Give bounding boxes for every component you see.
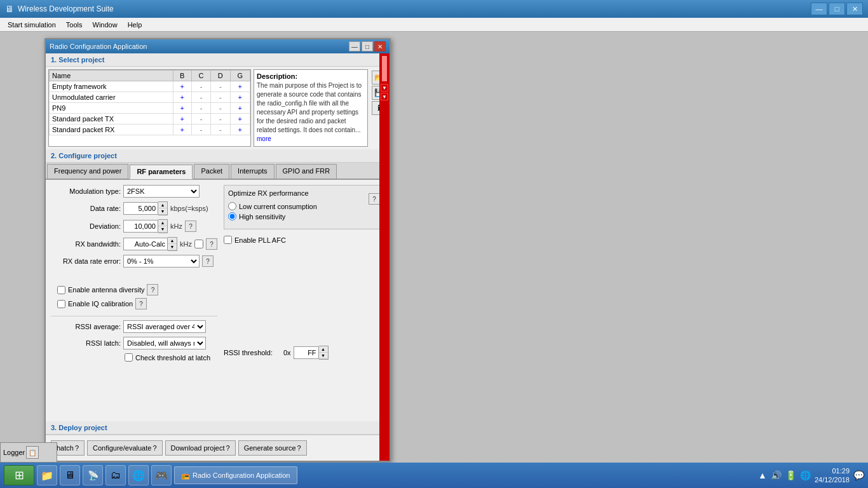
more-link[interactable]: more (257, 135, 271, 142)
rssi-latch-label: RSSI latch: (51, 339, 121, 347)
window-minimize-button[interactable]: — (349, 41, 360, 51)
tray-speaker-icon[interactable]: 🔊 (771, 470, 782, 480)
rx-bandwidth-input[interactable] (123, 238, 168, 250)
project-table-wrapper: Name B C D G Empty framework + - (48, 69, 251, 147)
status-badge-1[interactable]: ▼ (381, 84, 388, 92)
taskbar-gaming[interactable]: 🎮 (151, 465, 172, 485)
rx-bandwidth-unit: kHz (180, 240, 192, 248)
project-name: Standard packet RX (50, 125, 173, 135)
rssi-threshold-down[interactable]: ▼ (319, 353, 328, 359)
taskbar-file-manager[interactable]: 📁 (37, 465, 57, 485)
select-project-content: Name B C D G Empty framework + - (46, 67, 390, 149)
table-row[interactable]: Standard packet TX + - - + (50, 114, 250, 125)
active-window-button[interactable]: 📻 Radio Configuration Application (174, 466, 297, 484)
project-b: + (173, 103, 191, 114)
select-project-section: 1. Select project (46, 53, 390, 67)
modulation-type-select[interactable]: 2FSK (123, 185, 200, 198)
tab-frequency-power[interactable]: Frequency and power (47, 164, 128, 179)
maximize-button[interactable]: □ (829, 3, 845, 15)
low-current-label: Low current consumption (239, 203, 317, 210)
radio-config-window: Radio Configuration Application — □ ✕ 1.… (44, 38, 391, 462)
generate-source-help-icon: ? (297, 444, 301, 452)
app-title: Wireless Development Suite (18, 4, 114, 13)
taskbar-firefox[interactable]: 🌐 (128, 465, 149, 485)
project-name: PN9 (50, 103, 173, 114)
tray-network-icon[interactable]: 🌐 (800, 470, 811, 480)
rx-data-rate-error-label: RX data rate error: (51, 257, 121, 265)
enable-pll-afc-checkbox[interactable] (224, 236, 232, 244)
minimize-button[interactable]: — (811, 3, 827, 15)
deviation-input[interactable] (123, 220, 158, 233)
antenna-diversity-help[interactable]: ? (147, 284, 158, 295)
rx-bandwidth-down[interactable]: ▼ (168, 244, 177, 250)
tray-battery-icon[interactable]: 🔋 (785, 470, 796, 480)
taskbar-wireless-dev[interactable]: 📡 (83, 465, 103, 485)
rx-bandwidth-checkbox[interactable] (194, 240, 203, 248)
project-d: - (211, 92, 230, 103)
data-rate-up[interactable]: ▲ (158, 202, 167, 208)
rx-bandwidth-help[interactable]: ? (206, 238, 217, 250)
deviation-up[interactable]: ▲ (158, 220, 167, 226)
start-button[interactable]: ⊞ (4, 465, 34, 485)
enable-antenna-diversity-checkbox[interactable] (57, 286, 65, 294)
window-maximize-button[interactable]: □ (362, 41, 373, 51)
deviation-down[interactable]: ▼ (158, 226, 167, 233)
table-row[interactable]: Unmodulated carrier + - - + (50, 92, 250, 103)
rx-bandwidth-up[interactable]: ▲ (168, 238, 177, 244)
menu-start-simulation[interactable]: Start simulation (3, 20, 61, 30)
window-close-button[interactable]: ✕ (374, 41, 386, 51)
taskbar-system-tray[interactable]: 🗂 (105, 465, 126, 485)
project-d: - (211, 103, 230, 114)
taskbar-terminal[interactable]: 🖥 (60, 465, 80, 485)
tab-content-rf: Modulation type: 2FSK Data rate: ▲ ▼ (46, 180, 390, 421)
deviation-unit: kHz (170, 222, 182, 230)
data-rate-input[interactable] (123, 202, 158, 215)
table-row[interactable]: PN9 + - - + (50, 103, 250, 114)
check-threshold-checkbox[interactable] (125, 353, 133, 362)
enable-antenna-diversity-label: Enable antenna diversity (68, 286, 144, 294)
tray-time-display: 01:29 (815, 466, 850, 475)
enable-iq-calibration-checkbox[interactable] (57, 300, 65, 308)
logger-button[interactable]: 📋 (26, 446, 39, 459)
menu-tools[interactable]: Tools (61, 20, 88, 30)
project-c: - (191, 103, 210, 114)
tab-interrupts[interactable]: Interrupts (231, 164, 274, 179)
configure-evaluate-help-icon: ? (153, 444, 156, 452)
col-header-c: C (191, 71, 210, 81)
optimize-rx-help[interactable]: ? (369, 193, 380, 205)
deviation-help[interactable]: ? (185, 220, 196, 232)
rx-data-rate-error-select[interactable]: 0% - 1% (123, 255, 200, 268)
tab-packet[interactable]: Packet (194, 164, 229, 179)
low-current-radio[interactable] (228, 202, 236, 210)
notifications-icon[interactable]: 💬 (853, 470, 864, 480)
status-badge-2[interactable]: ▼ (381, 93, 388, 100)
project-g: + (230, 92, 250, 103)
high-sensitivity-radio[interactable] (228, 212, 236, 220)
table-row[interactable]: Standard packet RX + - - + (50, 125, 250, 135)
rx-data-rate-error-help[interactable]: ? (202, 255, 214, 267)
deviation-row: Deviation: ▲ ▼ kHz ? (51, 219, 217, 233)
iq-calibration-help[interactable]: ? (135, 298, 147, 309)
table-row[interactable]: Empty framework + - - + (50, 81, 250, 92)
rssi-threshold-input[interactable] (294, 346, 319, 359)
project-b: + (173, 114, 191, 125)
tray-arrow-icon[interactable]: ▲ (758, 470, 767, 480)
tab-rf-parameters[interactable]: RF parameters (130, 165, 193, 179)
rssi-average-select[interactable]: RSSI averaged over 4 (123, 320, 206, 333)
enable-pll-afc-row: Enable PLL AFC (224, 236, 384, 244)
tab-gpio-frr[interactable]: GPIO and FRR (276, 164, 337, 179)
configure-evaluate-button[interactable]: Configure/evaluate ? (87, 440, 162, 456)
rssi-threshold-up[interactable]: ▲ (319, 346, 328, 353)
check-threshold-row: Check threshold at latch (125, 353, 217, 362)
rssi-average-row: RSSI average: RSSI averaged over 4 (51, 320, 217, 333)
generate-source-button[interactable]: Generate source ? (238, 440, 307, 456)
close-button[interactable]: ✕ (846, 3, 863, 15)
rssi-latch-select[interactable]: Disabled, will always re (123, 337, 206, 349)
optimize-rx-title: Optimize RX performance (228, 189, 380, 197)
deploy-project-section: 3. Deploy project (46, 421, 390, 435)
download-project-button[interactable]: Download project ? (165, 440, 236, 456)
taskbar: ⊞ 📁 🖥 📡 🗂 🌐 🎮 📻 Radio Configuration Appl… (0, 463, 868, 488)
menu-help[interactable]: Help (123, 20, 147, 30)
data-rate-down[interactable]: ▼ (158, 208, 167, 215)
menu-window[interactable]: Window (88, 20, 123, 30)
